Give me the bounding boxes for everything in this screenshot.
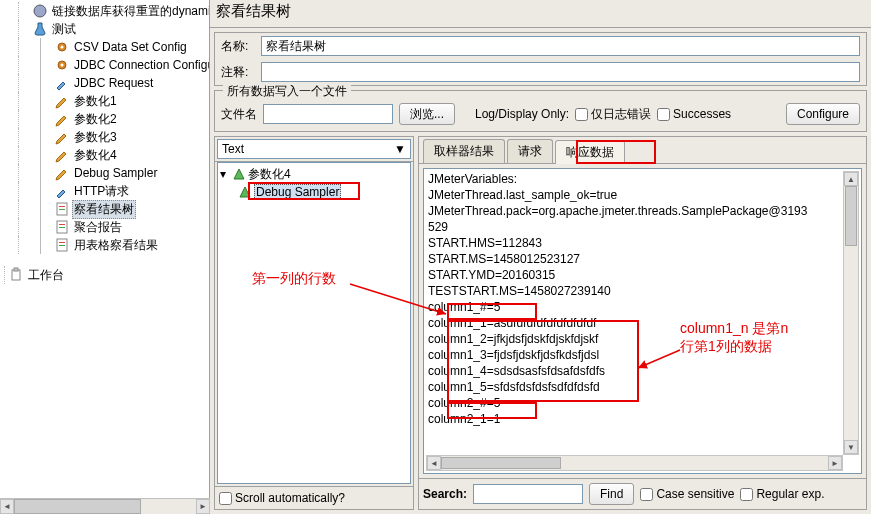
- paper-icon: [54, 237, 70, 253]
- tree-node-selected[interactable]: 察看结果树: [4, 200, 209, 218]
- svg-marker-17: [240, 187, 250, 197]
- regex-checkbox[interactable]: Regular exp.: [740, 487, 824, 501]
- tree-node[interactable]: 参数化2: [4, 110, 209, 128]
- tree-node[interactable]: 参数化4: [4, 146, 209, 164]
- svg-point-0: [34, 5, 46, 17]
- response-line: TESTSTART.MS=1458027239140: [428, 283, 857, 299]
- case-sensitive-checkbox[interactable]: Case sensitive: [640, 487, 734, 501]
- tree-node[interactable]: CSV Data Set Config: [4, 38, 209, 56]
- workbench-node[interactable]: 工作台: [4, 266, 209, 284]
- name-field[interactable]: [261, 36, 860, 56]
- response-line: column1_2=jfkjdsfjdskfdjskfdjskf: [428, 331, 857, 347]
- svg-marker-16: [234, 169, 244, 179]
- svg-rect-6: [59, 206, 65, 207]
- paper-icon: [54, 201, 70, 217]
- logonly-label: Log/Display Only:: [475, 107, 569, 121]
- tree-label: Debug Sampler: [72, 166, 159, 180]
- response-line: START.YMD=20160315: [428, 267, 857, 283]
- gear-icon: [54, 57, 70, 73]
- svg-rect-7: [59, 209, 65, 210]
- tab-response-data[interactable]: 响应数据: [555, 140, 625, 164]
- response-line: START.HMS=112843: [428, 235, 857, 251]
- response-line: column1_4=sdsdsasfsfdsafdsfdfs: [428, 363, 857, 379]
- tree-node[interactable]: 用表格察看结果: [4, 236, 209, 254]
- response-line: column1_5=sfdsfdsfdsfsdfdfdsfd: [428, 379, 857, 395]
- tree-label: 链接数据库获得重置的dynamic: [50, 3, 210, 20]
- tree-node[interactable]: HTTP请求: [4, 182, 209, 200]
- configure-button[interactable]: Configure: [786, 103, 860, 125]
- name-label: 名称:: [221, 38, 261, 55]
- chevron-down-icon: ▼: [394, 142, 406, 156]
- file-group-legend: 所有数据写入一个文件: [223, 83, 351, 100]
- result-tabs: 取样器结果 请求 响应数据: [419, 137, 866, 164]
- comment-label: 注释:: [221, 64, 261, 81]
- sampler-child-node[interactable]: Debug Sampler: [220, 183, 408, 201]
- file-output-group: 所有数据写入一个文件 文件名 浏览... Log/Display Only: 仅…: [214, 90, 867, 132]
- sampler-label: Debug Sampler: [254, 184, 341, 200]
- response-line: START.MS=1458012523127: [428, 251, 857, 267]
- pencil-icon: [54, 93, 70, 109]
- tree-label: CSV Data Set Config: [72, 40, 189, 54]
- page-title: 察看结果树: [210, 0, 871, 28]
- tree-label: 参数化3: [72, 129, 119, 146]
- dropper-icon: [54, 75, 70, 91]
- browse-button[interactable]: 浏览...: [399, 103, 455, 125]
- renderer-dropdown[interactable]: Text ▼: [217, 139, 411, 159]
- ok-icon: [232, 167, 246, 181]
- tree-label: 测试: [50, 21, 78, 38]
- tree-label: JDBC Request: [72, 76, 155, 90]
- response-textarea[interactable]: JMeterVariables: JMeterThread.last_sampl…: [423, 168, 862, 474]
- tree-node[interactable]: JDBC Request: [4, 74, 209, 92]
- response-line: 529: [428, 219, 857, 235]
- svg-point-4: [61, 64, 64, 67]
- clipboard-icon: [8, 267, 24, 283]
- pencil-icon: [54, 129, 70, 145]
- response-line: column1_1=asdfdfdfdfdfdfdfdfdf: [428, 315, 857, 331]
- nav-tree-panel: 链接数据库获得重置的dynamic 测试 CSV Data Set Config…: [0, 0, 210, 514]
- tree-label: 察看结果树: [72, 200, 136, 219]
- svg-rect-13: [59, 245, 65, 246]
- tree-label: 工作台: [26, 267, 66, 284]
- response-line: column1_#=5: [428, 299, 857, 315]
- filename-field[interactable]: [263, 104, 393, 124]
- response-line: column2_#=5: [428, 395, 857, 411]
- tree-label: HTTP请求: [72, 183, 131, 200]
- sampler-root-node[interactable]: ▾ 参数化4: [220, 165, 408, 183]
- flask-icon: [32, 21, 48, 37]
- response-line: column2_1=1: [428, 411, 857, 427]
- scroll-auto-checkbox[interactable]: Scroll automatically?: [219, 491, 345, 505]
- ok-icon: [238, 185, 252, 199]
- sampler-tree[interactable]: ▾ 参数化4 Debug Sampler: [217, 162, 411, 484]
- successes-checkbox[interactable]: Successes: [657, 107, 731, 121]
- pencil-icon: [54, 165, 70, 181]
- find-button[interactable]: Find: [589, 483, 634, 505]
- v-scrollbar[interactable]: ▲▼: [843, 171, 859, 455]
- tab-sampler-result[interactable]: 取样器结果: [423, 139, 505, 163]
- tree-node[interactable]: 测试: [4, 20, 209, 38]
- sampler-label: 参数化4: [248, 166, 291, 183]
- response-line: JMeterVariables:: [428, 171, 857, 187]
- comment-field[interactable]: [261, 62, 860, 82]
- svg-rect-9: [59, 224, 65, 225]
- result-panel: 取样器结果 请求 响应数据 JMeterVariables: JMeterThr…: [418, 136, 867, 510]
- collapse-icon[interactable]: ▾: [220, 167, 232, 181]
- svg-rect-12: [59, 242, 65, 243]
- search-input[interactable]: [473, 484, 583, 504]
- filename-label: 文件名: [221, 106, 257, 123]
- tab-request[interactable]: 请求: [507, 139, 553, 163]
- tree-label: 参数化1: [72, 93, 119, 110]
- tree-label: 聚合报告: [72, 219, 124, 236]
- tree-node[interactable]: 链接数据库获得重置的dynamic: [4, 2, 209, 20]
- tree-h-scrollbar[interactable]: ◄►: [0, 498, 210, 514]
- tree-node[interactable]: 参数化1: [4, 92, 209, 110]
- dropper-icon: [54, 183, 70, 199]
- errors-checkbox[interactable]: 仅日志错误: [575, 106, 651, 123]
- tree-node[interactable]: Debug Sampler: [4, 164, 209, 182]
- pencil-icon: [54, 111, 70, 127]
- tree-node[interactable]: 聚合报告: [4, 218, 209, 236]
- h-scrollbar[interactable]: ◄►: [426, 455, 843, 471]
- tree-label: 参数化4: [72, 147, 119, 164]
- tree-node[interactable]: 参数化3: [4, 128, 209, 146]
- tree-node[interactable]: JDBC Connection Configurat: [4, 56, 209, 74]
- tree-label: 参数化2: [72, 111, 119, 128]
